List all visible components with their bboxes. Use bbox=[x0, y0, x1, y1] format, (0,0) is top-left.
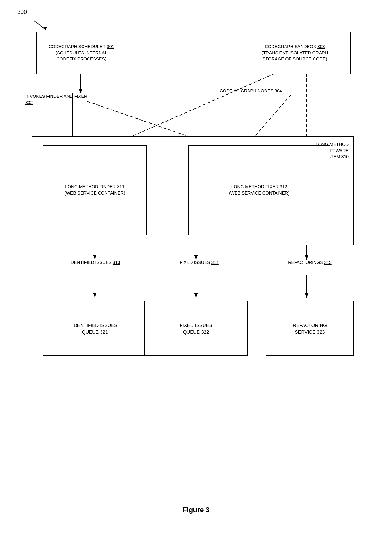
finder-text: LONG METHOD FINDER 311 (WEB SERVICE CONT… bbox=[64, 184, 125, 196]
invokes-label: INVOKES FINDER AND FIXER 302 bbox=[25, 93, 95, 106]
identified-issues-label: IDENTIFIED ISSUES 313 bbox=[55, 260, 134, 266]
identified-queue-text: IDENTIFIED ISSUESQUEUE 321 bbox=[72, 322, 118, 335]
svg-marker-1 bbox=[43, 27, 47, 30]
svg-marker-23 bbox=[93, 293, 97, 298]
diagram-svg bbox=[0, 0, 392, 533]
svg-marker-19 bbox=[194, 255, 198, 260]
fixer-text: LONG METHOD FIXER 312 (WEB SERVICE CONTA… bbox=[229, 184, 290, 196]
refactorings-label: REFACTORINGS 315 bbox=[278, 260, 341, 266]
figure-label: Figure 3 bbox=[182, 506, 210, 514]
ref-300-label: 300 bbox=[17, 9, 27, 16]
svg-marker-25 bbox=[194, 293, 198, 298]
scheduler-text: CODEGRAPH SCHEDULER 301 (SCHEDULES INTER… bbox=[49, 44, 114, 62]
scheduler-box: CODEGRAPH SCHEDULER 301 (SCHEDULES INTER… bbox=[36, 32, 126, 74]
finder-box: LONG METHOD FINDER 311 (WEB SERVICE CONT… bbox=[43, 145, 147, 235]
code-as-graph-label: CODE AS GRAPH NODES 304 bbox=[220, 88, 292, 94]
refactoring-service-box: REFACTORINGSERVICE 323 bbox=[266, 301, 354, 356]
fixed-issues-label: FIXED ISSUES 314 bbox=[168, 260, 231, 266]
fixed-queue-box: FIXED ISSUESQUEUE 322 bbox=[144, 301, 248, 356]
svg-marker-27 bbox=[305, 293, 309, 298]
identified-queue-box: IDENTIFIED ISSUESQUEUE 321 bbox=[43, 301, 147, 356]
fixer-box: LONG METHOD FIXER 312 (WEB SERVICE CONTA… bbox=[188, 145, 330, 235]
diagram-container: 300 bbox=[0, 0, 392, 533]
sandbox-text: CODEGRAPH SANDBOX 303 (TRANSIENT-ISOLATE… bbox=[262, 44, 328, 62]
refactoring-service-text: REFACTORINGSERVICE 323 bbox=[293, 322, 327, 335]
svg-line-9 bbox=[111, 73, 275, 146]
sandbox-box: CODEGRAPH SANDBOX 303 (TRANSIENT-ISOLATE… bbox=[239, 32, 351, 74]
svg-marker-17 bbox=[93, 255, 97, 260]
fixed-queue-text: FIXED ISSUESQUEUE 322 bbox=[180, 322, 212, 335]
svg-line-0 bbox=[34, 21, 46, 30]
svg-marker-21 bbox=[305, 255, 309, 260]
svg-marker-3 bbox=[79, 89, 83, 93]
